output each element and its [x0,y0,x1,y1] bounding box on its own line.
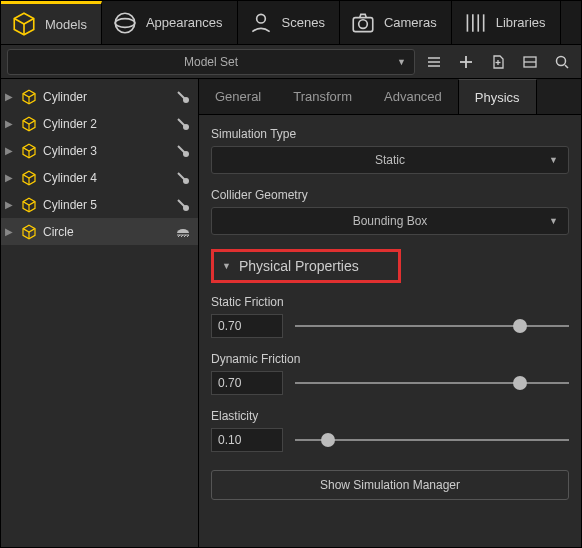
tree-item-cylinder[interactable]: ▶ Cylinder [1,83,198,110]
comet-icon [174,115,192,133]
split-icon [522,54,538,70]
cube-icon [11,11,37,37]
tab-libraries[interactable]: Libraries [452,1,561,44]
model-tree: ▶ Cylinder ▶ Cylinder 2 ▶ Cylinder 3 ▶ C… [1,79,199,547]
physical-properties-section-header[interactable]: ▼ Physical Properties [211,249,401,283]
tab-label: Cameras [384,15,437,30]
add-button[interactable] [453,49,479,75]
collider-geometry-label: Collider Geometry [211,188,569,202]
search-icon [554,54,570,70]
tree-item-label: Cylinder 3 [43,144,169,158]
svg-point-24 [183,205,189,211]
tab-physics[interactable]: Physics [458,79,537,114]
tree-item-cylinder3[interactable]: ▶ Cylinder 3 [1,137,198,164]
comet-icon [174,142,192,160]
tree-item-label: Cylinder [43,90,169,104]
svg-point-21 [183,124,189,130]
toolbar: Model Set ▼ [1,45,581,79]
ground-icon [174,223,192,241]
tab-advanced[interactable]: Advanced [368,79,458,114]
comet-icon [174,196,192,214]
svg-point-1 [115,18,135,27]
cube-icon [20,115,38,133]
elasticity-label: Elasticity [211,409,569,423]
svg-point-18 [557,56,566,65]
chevron-down-icon: ▼ [549,155,558,165]
page-plus-icon [490,54,506,70]
sphere-icon [112,10,138,36]
tree-item-label: Cylinder 2 [43,117,169,131]
simulation-type-dropdown[interactable]: Static ▼ [211,146,569,174]
tab-cameras[interactable]: Cameras [340,1,452,44]
tree-item-cylinder2[interactable]: ▶ Cylinder 2 [1,110,198,137]
cube-icon [20,169,38,187]
tab-label: Scenes [282,15,325,30]
comet-icon [174,88,192,106]
collider-geometry-dropdown[interactable]: Bounding Box ▼ [211,207,569,235]
dynamic-friction-label: Dynamic Friction [211,352,569,366]
cube-icon [20,88,38,106]
slider-thumb[interactable] [513,376,527,390]
import-button[interactable] [485,49,511,75]
tree-item-label: Cylinder 4 [43,171,169,185]
elasticity-slider[interactable] [295,432,569,448]
expand-arrow-icon[interactable]: ▶ [5,145,15,156]
list-button[interactable] [421,49,447,75]
svg-point-0 [115,13,135,33]
svg-point-23 [183,178,189,184]
tree-item-circle[interactable]: ▶ Circle [1,218,198,245]
search-button[interactable] [549,49,575,75]
expand-arrow-icon[interactable]: ▶ [5,199,15,210]
svg-point-22 [183,151,189,157]
properties-panel: General Transform Advanced Physics Simul… [199,79,581,547]
comet-icon [174,169,192,187]
model-set-label: Model Set [184,55,238,69]
tab-transform[interactable]: Transform [277,79,368,114]
tree-item-label: Circle [43,225,169,239]
tab-general[interactable]: General [199,79,277,114]
svg-point-2 [256,14,265,23]
section-title: Physical Properties [239,258,359,274]
slider-thumb[interactable] [321,433,335,447]
tree-item-cylinder5[interactable]: ▶ Cylinder 5 [1,191,198,218]
list-icon [426,54,442,70]
tree-item-label: Cylinder 5 [43,198,169,212]
camera-icon [350,10,376,36]
property-tab-bar: General Transform Advanced Physics [199,79,581,115]
tree-item-cylinder4[interactable]: ▶ Cylinder 4 [1,164,198,191]
chevron-down-icon: ▼ [549,216,558,226]
tab-label: Appearances [146,15,223,30]
simulation-type-value: Static [375,153,405,167]
chevron-down-icon: ▼ [397,57,406,67]
expand-arrow-icon[interactable]: ▶ [5,91,15,102]
scene-icon [248,10,274,36]
expand-arrow-icon[interactable]: ▶ [5,226,15,237]
static-friction-input[interactable] [211,314,283,338]
libraries-icon [462,10,488,36]
static-friction-slider[interactable] [295,318,569,334]
show-simulation-manager-button[interactable]: Show Simulation Manager [211,470,569,500]
expand-arrow-icon[interactable]: ▶ [5,118,15,129]
top-tab-bar: Models Appearances Scenes Cameras Librar… [1,1,581,45]
dynamic-friction-input[interactable] [211,371,283,395]
tab-label: Libraries [496,15,546,30]
slider-thumb[interactable] [513,319,527,333]
tab-scenes[interactable]: Scenes [238,1,340,44]
tab-appearances[interactable]: Appearances [102,1,238,44]
elasticity-input[interactable] [211,428,283,452]
model-set-dropdown[interactable]: Model Set ▼ [7,49,415,75]
simulation-type-label: Simulation Type [211,127,569,141]
layout-button[interactable] [517,49,543,75]
cube-icon [20,196,38,214]
tab-label: Models [45,17,87,32]
dynamic-friction-slider[interactable] [295,375,569,391]
collapse-triangle-icon: ▼ [222,261,231,271]
static-friction-label: Static Friction [211,295,569,309]
svg-point-20 [183,97,189,103]
tab-models[interactable]: Models [1,1,102,44]
svg-point-4 [359,19,368,28]
svg-line-19 [565,65,568,68]
expand-arrow-icon[interactable]: ▶ [5,172,15,183]
cube-icon [20,223,38,241]
collider-geometry-value: Bounding Box [353,214,428,228]
